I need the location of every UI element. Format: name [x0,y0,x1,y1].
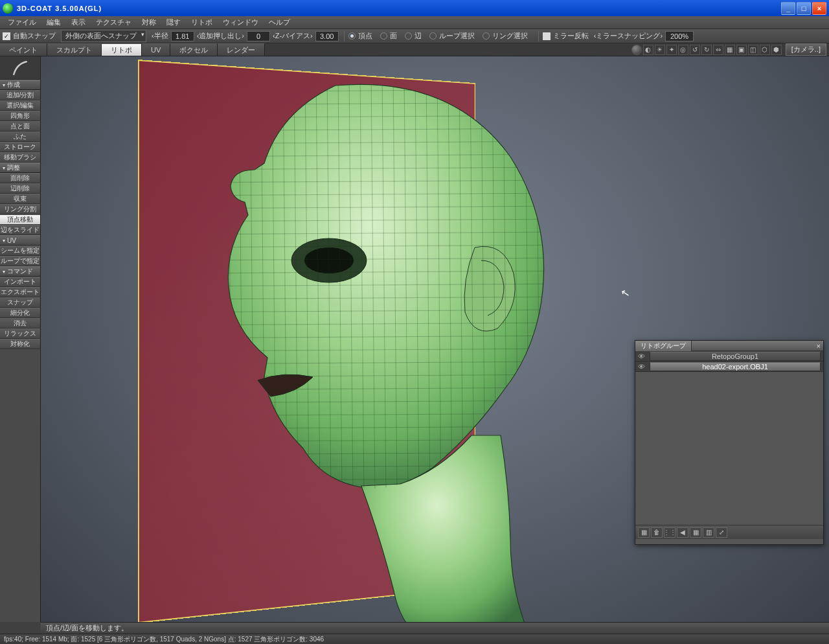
mode-render[interactable]: レンダー [218,43,265,56]
mode-retopo[interactable]: リトポ [102,43,142,56]
mode-bar: ペイント スカルプト リトポ UV ボクセル レンダー ◐ ☀ ✦ ◎ ↺ ↻ … [0,43,829,56]
select-vertex-radio[interactable] [348,32,356,40]
delete-group-icon[interactable]: 🗑 [651,527,663,538]
select-face-radio[interactable] [380,32,387,40]
retopo-groups-panel[interactable]: リトポグループ × 👁 RetopoGroup1 👁 head02-export… [635,340,824,545]
toggle-11-icon[interactable]: ⬡ [760,45,770,55]
group-row[interactable]: 👁 RetopoGroup1 [635,351,823,362]
mode-paint[interactable]: ペイント [0,43,47,56]
cmd-snap[interactable]: スナップ [0,297,40,308]
app-logo-icon [3,3,13,14]
svg-line-15 [167,76,569,79]
toggle-4-icon[interactable]: ◎ [678,45,688,55]
tool-panel: 作成 追加/分割 選択/編集 四角形 点と面 ふた ストローク 移動ブラシ 調整… [0,56,41,622]
extrude-input[interactable]: 0 [247,31,270,41]
toggle-4-icon[interactable]: ▥ [703,527,714,538]
section-command[interactable]: コマンド [0,266,40,277]
section-adjust[interactable]: 調整 [0,163,40,173]
select-loop-radio[interactable] [429,32,437,40]
cmd-import[interactable]: インポート [0,277,40,287]
maximize-button[interactable]: □ [797,2,811,15]
tool-cap[interactable]: ふた [0,132,40,142]
tool-del-face[interactable]: 面削除 [0,173,40,183]
toggle-2-icon[interactable]: ☀ [655,45,665,55]
tool-collapse[interactable]: 収束 [0,194,40,204]
mode-uv[interactable]: UV [142,43,170,56]
section-uv[interactable]: UV [0,235,40,246]
toggle-1-icon[interactable]: ⋮⋮ [664,527,676,538]
menu-edit[interactable]: 編集 [41,16,66,29]
tool-add-split[interactable]: 追加/分割 [0,90,40,100]
zbias-input[interactable]: 3.00 [315,31,339,41]
viewport-3d[interactable]: ↖ リトポグループ × 👁 RetopoGroup1 👁 head02-expo… [41,56,829,622]
panel-tab[interactable]: リトポグループ [635,341,692,351]
tool-mark-seam[interactable]: シームを指定 [0,246,40,256]
menu-help[interactable]: ヘルプ [264,16,295,29]
menu-texture[interactable]: テクスチャ [91,16,137,29]
toggle-8-icon[interactable]: ▦ [725,45,735,55]
hint-bar: 頂点/辺/面を移動します。 [41,622,829,634]
minimize-button[interactable]: _ [781,2,795,15]
toggle-6-icon[interactable]: ↻ [701,45,712,55]
tool-select-edit[interactable]: 選択/編集 [0,100,40,111]
close-button[interactable]: × [812,2,826,15]
radius-input[interactable]: 1.81 [171,31,194,41]
group-name[interactable]: RetopoGroup1 [650,352,821,361]
mirror-snap-label: ‹ミラースナッピング› [594,31,663,41]
svg-line-89 [558,73,563,622]
visibility-icon[interactable]: 👁 [635,363,647,371]
autosnap-checkbox[interactable]: ✓ [3,32,10,40]
select-ring-radio[interactable] [483,32,490,40]
tool-stroke[interactable]: ストローク [0,142,40,152]
toggle-12-icon[interactable]: ⬢ [771,45,782,55]
toggle-5-icon[interactable]: ↺ [690,45,700,55]
add-group-icon[interactable]: ▦ [638,527,650,538]
window-title: 3D-COAT 3.5.00A(GL) [17,5,780,12]
menu-hide[interactable]: 隠す [161,16,186,29]
mode-sculpt[interactable]: スカルプト [47,43,102,56]
section-create[interactable]: 作成 [0,80,40,90]
radius-label: ‹半径 [152,31,168,41]
select-edge-radio[interactable] [405,32,412,40]
group-list: 👁 RetopoGroup1 👁 head02-export.OBJ1 [635,351,823,372]
title-bar: 3D-COAT 3.5.00A(GL) _ □ × [0,0,829,16]
tool-quad[interactable]: 四角形 [0,111,40,121]
tool-move-vertex[interactable]: 頂点移動 [0,214,40,225]
svg-line-88 [547,73,552,622]
cmd-export[interactable]: エクスポート [0,287,40,297]
menu-window[interactable]: ウィンドウ [218,16,264,29]
toggle-2-icon[interactable]: ◀ [677,527,688,538]
cmd-symmetrize[interactable]: 対称化 [0,339,40,349]
mirror-snap-input[interactable]: 200% [665,31,694,41]
toggle-7-icon[interactable]: ⇔ [713,45,723,55]
toggle-3-icon[interactable]: ✦ [666,45,677,55]
cmd-clear[interactable]: 消去 [0,318,40,328]
group-row[interactable]: 👁 head02-export.OBJ1 [635,362,823,372]
tool-del-edge[interactable]: 辺削除 [0,183,40,194]
toggle-10-icon[interactable]: ◫ [748,45,758,55]
menu-view[interactable]: 表示 [66,16,91,29]
tool-slide-edge[interactable]: 辺をスライド [0,225,40,235]
toggle-9-icon[interactable]: ▣ [736,45,747,55]
group-name[interactable]: head02-export.OBJ1 [650,362,821,371]
panel-close-icon[interactable]: × [814,342,823,350]
tool-ring-split[interactable]: リング分割 [0,204,40,214]
svg-line-57 [206,73,211,622]
mode-voxel[interactable]: ボクセル [170,43,218,56]
cmd-relax[interactable]: リラックス [0,328,40,339]
toggle-1-icon[interactable]: ◐ [643,45,653,55]
snap-target-dropdown[interactable]: 外側の表面へスナップ [61,30,146,42]
camera-button[interactable]: [カメラ..] [786,43,826,56]
menu-file[interactable]: ファイル [3,16,41,29]
toggle-3-icon[interactable]: ▦ [690,527,701,538]
shading-sphere-icon[interactable] [631,45,642,55]
mirror-checkbox[interactable] [543,32,551,40]
toggle-5-icon[interactable]: ⤢ [716,527,727,538]
menu-retopo[interactable]: リトポ [186,16,218,29]
menu-symmetry[interactable]: 対称 [137,16,161,29]
tool-point-face[interactable]: 点と面 [0,121,40,132]
tool-loop-seam[interactable]: ループで指定 [0,256,40,266]
visibility-icon[interactable]: 👁 [635,352,647,360]
tool-move-brush[interactable]: 移動ブラシ [0,152,40,163]
cmd-subdivide[interactable]: 細分化 [0,308,40,318]
